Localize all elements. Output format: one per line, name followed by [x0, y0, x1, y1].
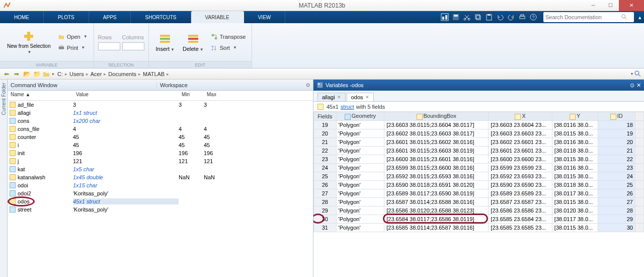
columns-input[interactable]	[122, 42, 144, 50]
current-folder-collapsed[interactable]: Current Folder	[0, 80, 8, 277]
table-row[interactable]: 24'Polygon'[23.6599 38.0115;23.6600 38.0…	[314, 164, 644, 172]
breadcrumb-dropdown[interactable]: ▾	[631, 72, 633, 76]
col-X[interactable]: X	[489, 112, 552, 121]
workspace-row[interactable]: init196196196	[8, 149, 313, 157]
back-button[interactable]: ⬅	[2, 70, 11, 79]
insert-button[interactable]: Insert▼	[153, 32, 178, 53]
workspace-row[interactable]: kat1x5 char	[8, 165, 313, 173]
row-number[interactable]: 20	[314, 129, 337, 138]
row-number[interactable]: 25	[314, 172, 337, 181]
tab-variable[interactable]: VARIABLE	[191, 11, 244, 23]
save-icon[interactable]	[452, 13, 460, 21]
search-icon[interactable]	[621, 14, 628, 21]
row-number[interactable]: 21	[314, 138, 337, 147]
panel-dock-button[interactable]: ⊙	[630, 82, 634, 89]
col-Fields[interactable]: Fields	[314, 112, 337, 121]
row-number[interactable]: 19	[314, 121, 337, 129]
folder-dropdown[interactable]: ▸	[52, 72, 54, 76]
workspace-row[interactable]: cons_file444	[8, 125, 313, 133]
workspace-row[interactable]: i454545	[8, 141, 313, 149]
row-number[interactable]: 29	[314, 206, 337, 215]
col-Geometry[interactable]: Geometry	[336, 112, 384, 121]
table-row[interactable]: 19'Polygon'[23.6603 38.0115;23.6604 38.0…	[314, 121, 644, 129]
cut-icon[interactable]	[463, 13, 471, 21]
browse-button[interactable]: 📁	[32, 70, 41, 79]
crumb-item[interactable]: C:	[57, 71, 63, 77]
search-folder-icon[interactable]	[634, 70, 642, 78]
var-tab-allagi[interactable]: allagi✕	[317, 93, 346, 101]
search-docs[interactable]	[543, 12, 634, 22]
tab-home[interactable]: HOME	[0, 11, 44, 23]
redo-icon[interactable]	[507, 13, 515, 21]
print-icon[interactable]	[518, 13, 526, 21]
crumb-item[interactable]: Users	[69, 71, 84, 77]
table-row[interactable]: 21'Polygon'[23.6601 38.0115;23.6602 38.0…	[314, 138, 644, 147]
command-window-title[interactable]: Command Window	[11, 82, 156, 88]
minimize-button[interactable]: ─	[585, 0, 602, 11]
workspace-row[interactable]: allagi1x1 struct	[8, 109, 313, 117]
tab-plots[interactable]: PLOTS	[44, 11, 89, 23]
table-row[interactable]: 30'Polygon'[23.6584 38.0117;23.6586 38.0…	[314, 215, 644, 224]
breadcrumb[interactable]: C:▸Users▸Acer▸Documents▸MATLAB▸	[57, 71, 169, 77]
table-row[interactable]: 31'Polygon'[23.6585 38.0114;23.6587 38.0…	[314, 224, 644, 232]
table-row[interactable]: 27'Polygon'[23.6589 38.0117;23.6590 38.0…	[314, 189, 644, 198]
row-number[interactable]: 30	[314, 215, 337, 224]
close-tab-icon[interactable]: ✕	[337, 95, 341, 100]
workspace-row[interactable]: j121121121	[8, 157, 313, 165]
close-button[interactable]: ✕	[619, 0, 644, 11]
table-row[interactable]: 25'Polygon'[23.6592 38.0115;23.6593 38.0…	[314, 172, 644, 181]
workspace-row[interactable]: odos45x1 struct	[8, 197, 313, 205]
tab-apps[interactable]: APPS	[89, 11, 131, 23]
paste-icon[interactable]	[485, 13, 493, 21]
transpose-button[interactable]: Transpose	[209, 32, 248, 42]
sort-button[interactable]: az Sort▼	[209, 43, 248, 53]
workspace-title[interactable]: Workspace	[156, 82, 306, 88]
layout-icon[interactable]	[441, 13, 449, 21]
table-row[interactable]: 26'Polygon'[23.6590 38.0118;23.6591 38.0…	[314, 181, 644, 189]
col-ID[interactable]: ID	[598, 112, 635, 121]
delete-button[interactable]: Delete▼	[180, 32, 207, 53]
open-button[interactable]: Open▼	[56, 32, 90, 42]
col-value[interactable]: Value	[73, 91, 179, 100]
copy-icon[interactable]	[474, 13, 482, 21]
ribbon-collapse-button[interactable]: ▴	[636, 11, 644, 23]
rows-input[interactable]	[98, 42, 120, 50]
crumb-item[interactable]: Acer	[91, 71, 102, 77]
workspace-row[interactable]: odoi2'Koritsas_poly'	[8, 189, 313, 197]
workspace-row[interactable]: counter454545	[8, 133, 313, 141]
tab-view[interactable]: VIEW	[244, 11, 286, 23]
row-number[interactable]: 28	[314, 198, 337, 206]
table-row[interactable]: 28'Polygon'[23.6587 38.0114;23.6588 38.0…	[314, 198, 644, 206]
tab-shortcuts[interactable]: SHORTCUTS	[131, 11, 191, 23]
close-tab-icon[interactable]: ✕	[365, 95, 369, 100]
crumb-item[interactable]: Documents	[108, 71, 136, 77]
print-button[interactable]: Print▼	[56, 43, 90, 53]
col-Y[interactable]: Y	[552, 112, 598, 121]
panel-menu-button[interactable]: ⊙	[306, 82, 310, 88]
new-from-selection-button[interactable]: New from Selection▼	[4, 29, 54, 55]
row-number[interactable]: 24	[314, 164, 337, 172]
undo-icon[interactable]	[496, 13, 504, 21]
table-row[interactable]: 23'Polygon'[23.6600 38.0115;23.6601 38.0…	[314, 155, 644, 164]
workspace-row[interactable]: street'Koritsas_poly'	[8, 205, 313, 214]
workspace-row[interactable]: odoi1x15 char	[8, 181, 313, 189]
maximize-button[interactable]: ☐	[602, 0, 619, 11]
row-number[interactable]: 22	[314, 147, 337, 155]
row-number[interactable]: 31	[314, 224, 337, 232]
row-number[interactable]: 26	[314, 181, 337, 189]
row-number[interactable]: 23	[314, 155, 337, 164]
var-tab-odos[interactable]: odos✕	[347, 93, 374, 101]
table-row[interactable]: 20'Polygon'[23.6602 38.0115;23.6603 38.0…	[314, 129, 644, 138]
up-button[interactable]: 📂	[22, 70, 31, 79]
var-type-link[interactable]: struct	[341, 104, 354, 110]
col-BoundingBox[interactable]: BoundingBox	[384, 112, 489, 121]
help-icon[interactable]: ?	[529, 13, 537, 21]
col-min[interactable]: Min	[179, 91, 204, 100]
workspace-row[interactable]: ad_file333	[8, 101, 313, 109]
search-input[interactable]	[545, 14, 621, 20]
workspace-row[interactable]: cons1x200 char	[8, 117, 313, 125]
variable-table[interactable]: FieldsGeometryBoundingBoxXYID19'Polygon'…	[313, 112, 644, 277]
row-number[interactable]: 27	[314, 189, 337, 198]
forward-button[interactable]: ➡	[12, 70, 21, 79]
col-name[interactable]: Name ▲	[8, 91, 73, 100]
